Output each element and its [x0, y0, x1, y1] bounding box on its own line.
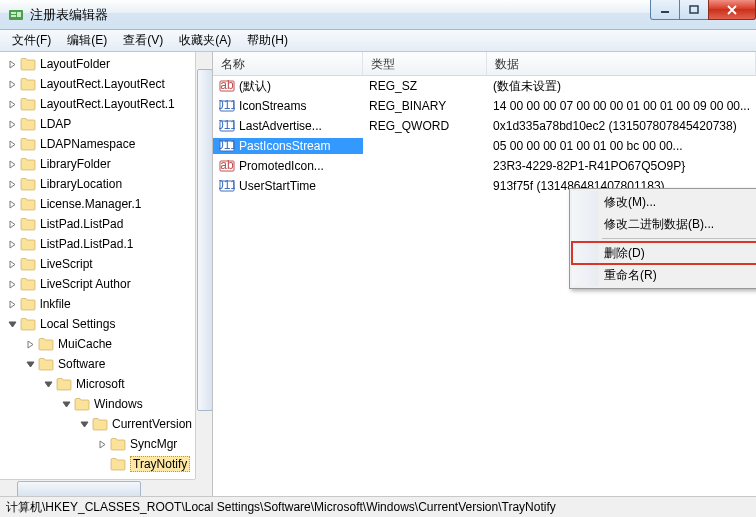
- tree-pane: LayoutFolderLayoutRect.LayoutRectLayoutR…: [0, 52, 213, 496]
- menu-bar: 文件(F) 编辑(E) 查看(V) 收藏夹(A) 帮助(H): [0, 30, 756, 52]
- tree-horizontal-scrollbar[interactable]: [0, 479, 195, 496]
- expander-icon[interactable]: [78, 418, 90, 430]
- menu-modify-binary[interactable]: 修改二进制数据(B)...: [572, 213, 756, 235]
- folder-icon: [110, 457, 126, 471]
- tree-item-label: LiveScript Author: [40, 277, 131, 291]
- expander-icon[interactable]: [42, 378, 54, 390]
- tree-item[interactable]: CurrentVersion: [0, 414, 212, 434]
- value-row[interactable]: ab(默认)REG_SZ(数值未设置): [213, 76, 756, 96]
- value-data: 23R3-4229-82P1-R41PO67Q5O9P}: [487, 159, 756, 173]
- menu-edit[interactable]: 编辑(E): [59, 30, 115, 51]
- folder-icon: [74, 397, 90, 411]
- tree-item-label: lnkfile: [40, 297, 71, 311]
- value-name: UserStartTime: [239, 179, 316, 193]
- maximize-button[interactable]: [679, 0, 709, 20]
- tree-item[interactable]: Microsoft: [0, 374, 212, 394]
- value-type-icon: 011: [219, 178, 235, 194]
- tree-item[interactable]: SyncMgr: [0, 434, 212, 454]
- tree-item[interactable]: ListPad.ListPad: [0, 214, 212, 234]
- expander-icon[interactable]: [6, 98, 18, 110]
- tree-item[interactable]: LayoutRect.LayoutRect.1: [0, 94, 212, 114]
- folder-icon: [20, 57, 36, 71]
- tree-item[interactable]: LibraryLocation: [0, 174, 212, 194]
- expander-icon[interactable]: [6, 238, 18, 250]
- tree-item[interactable]: LibraryFolder: [0, 154, 212, 174]
- tree-item[interactable]: LDAPNamespace: [0, 134, 212, 154]
- tree-item[interactable]: License.Manager.1: [0, 194, 212, 214]
- tree-item-label: LDAP: [40, 117, 71, 131]
- expander-icon[interactable]: [6, 198, 18, 210]
- tree-item[interactable]: Software: [0, 354, 212, 374]
- expander-icon[interactable]: [60, 398, 72, 410]
- column-name[interactable]: 名称: [213, 52, 363, 75]
- expander-icon[interactable]: [6, 218, 18, 230]
- value-type: REG_SZ: [363, 79, 487, 93]
- svg-rect-3: [17, 12, 21, 17]
- menu-file[interactable]: 文件(F): [4, 30, 59, 51]
- folder-icon: [20, 137, 36, 151]
- expander-icon[interactable]: [6, 318, 18, 330]
- expander-icon[interactable]: [6, 138, 18, 150]
- column-data[interactable]: 数据: [487, 52, 756, 75]
- folder-icon: [20, 257, 36, 271]
- expander-icon[interactable]: [6, 58, 18, 70]
- menu-rename[interactable]: 重命名(R): [572, 264, 756, 286]
- expander-icon[interactable]: [96, 438, 108, 450]
- tree-item-label: LayoutRect.LayoutRect: [40, 77, 165, 91]
- expander-icon[interactable]: [6, 158, 18, 170]
- folder-icon: [110, 437, 126, 451]
- menu-view[interactable]: 查看(V): [115, 30, 171, 51]
- folder-icon: [20, 317, 36, 331]
- expander-icon[interactable]: [6, 298, 18, 310]
- close-button[interactable]: [708, 0, 756, 20]
- tree-item[interactable]: LiveScript: [0, 254, 212, 274]
- values-header: 名称 类型 数据: [213, 52, 756, 76]
- status-path: 计算机\HKEY_CLASSES_ROOT\Local Settings\Sof…: [6, 499, 556, 516]
- expander-icon[interactable]: [6, 78, 18, 90]
- window-title: 注册表编辑器: [30, 6, 108, 24]
- value-type: REG_QWORD: [363, 119, 487, 133]
- tree-item[interactable]: lnkfile: [0, 294, 212, 314]
- folder-icon: [20, 197, 36, 211]
- scroll-corner: [195, 479, 212, 496]
- value-row[interactable]: 011IconStreamsREG_BINARY14 00 00 00 07 0…: [213, 96, 756, 116]
- tree-item-label: ListPad.ListPad.1: [40, 237, 133, 251]
- tree-item-label: TrayNotify: [130, 456, 190, 472]
- tree-item[interactable]: LayoutFolder: [0, 54, 212, 74]
- tree-item[interactable]: TrayNotify: [0, 454, 212, 474]
- tree-item[interactable]: LiveScript Author: [0, 274, 212, 294]
- svg-text:ab: ab: [220, 78, 234, 92]
- registry-tree[interactable]: LayoutFolderLayoutRect.LayoutRectLayoutR…: [0, 52, 212, 476]
- expander-icon[interactable]: [6, 278, 18, 290]
- value-row[interactable]: abPromotedIcon...23R3-4229-82P1-R41PO67Q…: [213, 156, 756, 176]
- tree-item[interactable]: MuiCache: [0, 334, 212, 354]
- tree-item[interactable]: LDAP: [0, 114, 212, 134]
- tree-item[interactable]: Windows: [0, 394, 212, 414]
- values-pane: 名称 类型 数据 ab(默认)REG_SZ(数值未设置)011IconStrea…: [213, 52, 756, 496]
- tree-item-label: SyncMgr: [130, 437, 177, 451]
- expander-icon[interactable]: [6, 118, 18, 130]
- tree-item[interactable]: Local Settings: [0, 314, 212, 334]
- menu-delete[interactable]: 删除(D): [572, 242, 756, 264]
- folder-icon: [20, 277, 36, 291]
- menu-modify[interactable]: 修改(M)...: [572, 191, 756, 213]
- value-row[interactable]: 011PastIconsStream05 00 00 00 01 00 01 0…: [213, 136, 756, 156]
- svg-text:011: 011: [219, 118, 235, 132]
- value-row[interactable]: 011LastAdvertise...REG_QWORD0x1d335a78bd…: [213, 116, 756, 136]
- value-data: (数值未设置): [487, 78, 756, 95]
- menu-favorites[interactable]: 收藏夹(A): [171, 30, 239, 51]
- expander-icon[interactable]: [6, 178, 18, 190]
- minimize-button[interactable]: [650, 0, 680, 20]
- tree-item[interactable]: ListPad.ListPad.1: [0, 234, 212, 254]
- expander-icon[interactable]: [6, 258, 18, 270]
- expander-icon[interactable]: [24, 338, 36, 350]
- column-type[interactable]: 类型: [363, 52, 487, 75]
- values-list[interactable]: ab(默认)REG_SZ(数值未设置)011IconStreamsREG_BIN…: [213, 76, 756, 196]
- context-menu: 修改(M)... 修改二进制数据(B)... 删除(D) 重命名(R): [569, 188, 756, 289]
- expander-placeholder: [96, 458, 108, 470]
- tree-item[interactable]: LayoutRect.LayoutRect: [0, 74, 212, 94]
- expander-icon[interactable]: [24, 358, 36, 370]
- menu-help[interactable]: 帮助(H): [239, 30, 296, 51]
- value-name-cell: 011UserStartTime: [213, 178, 363, 194]
- tree-vertical-scrollbar[interactable]: [195, 52, 212, 479]
